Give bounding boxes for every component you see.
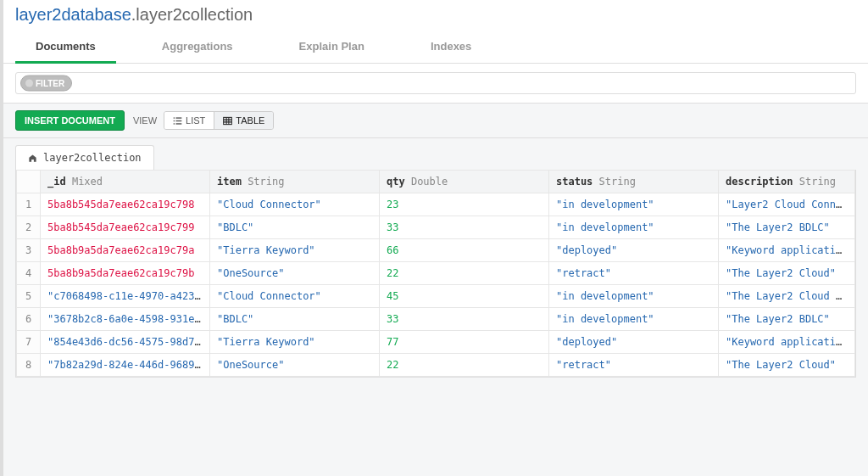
view-list-button[interactable]: LIST (164, 112, 214, 129)
table-icon (223, 116, 232, 126)
cell-status[interactable]: "in development" (549, 285, 719, 308)
cell-qty[interactable]: 33 (380, 216, 549, 239)
cell-id[interactable]: 5ba8b9a5da7eae62ca19c79a (41, 239, 210, 262)
svg-rect-1 (176, 117, 182, 118)
cell-status[interactable]: "deployed" (549, 331, 719, 354)
cell-status[interactable]: "in development" (549, 193, 719, 216)
svg-rect-2 (174, 120, 175, 120)
cell-description[interactable]: "Layer2 Cloud Connector" (719, 193, 855, 216)
svg-rect-6 (224, 117, 232, 124)
filter-reset-pill[interactable]: FILTER (20, 76, 72, 92)
row-number: 1 (17, 193, 41, 216)
tab-documents[interactable]: Documents (15, 31, 116, 64)
cell-status[interactable]: "in development" (549, 216, 719, 239)
svg-rect-3 (176, 120, 182, 120)
tab-indexes[interactable]: Indexes (410, 31, 492, 64)
table-row[interactable]: 6"3678b2c8-6a0e-4598-931e-7f5e0e"BDLC"33… (17, 308, 855, 331)
view-toggle: LIST TABLE (164, 111, 274, 130)
table-row[interactable]: 7"854e43d6-dc56-4575-98d7-dc1056"Tierra … (17, 331, 855, 354)
cell-status[interactable]: "retract" (549, 354, 719, 377)
row-number: 6 (17, 308, 41, 331)
svg-rect-0 (174, 117, 175, 118)
cell-id[interactable]: 5ba8b9a5da7eae62ca19c79b (41, 262, 210, 285)
table-row[interactable]: 15ba8b545da7eae62ca19c798"Cloud Connecto… (17, 193, 855, 216)
cell-description[interactable]: "The Layer2 BDLC" (719, 308, 855, 331)
cell-item[interactable]: "BDLC" (210, 308, 380, 331)
column-header-item[interactable]: item String (210, 171, 380, 193)
row-number: 4 (17, 262, 41, 285)
table-row[interactable]: 45ba8b9a5da7eae62ca19c79b"OneSource"22"r… (17, 262, 855, 285)
table-row[interactable]: 35ba8b9a5da7eae62ca19c79a"Tierra Keyword… (17, 239, 855, 262)
cell-item[interactable]: "Tierra Keyword" (210, 239, 380, 262)
cell-item[interactable]: "Tierra Keyword" (210, 331, 380, 354)
cell-qty[interactable]: 45 (380, 285, 549, 308)
table-row[interactable]: 8"7b82a29d-824e-446d-9689-7b7cc2"OneSour… (17, 354, 855, 377)
cell-qty[interactable]: 77 (380, 331, 549, 354)
cell-qty[interactable]: 22 (380, 354, 549, 377)
column-header-status[interactable]: status String (549, 171, 719, 193)
svg-rect-5 (176, 123, 182, 124)
reset-icon (25, 80, 33, 87)
row-number: 7 (17, 331, 41, 354)
row-number: 5 (17, 285, 41, 308)
table-row[interactable]: 25ba8b545da7eae62ca19c799"BDLC"33"in dev… (17, 216, 855, 239)
filter-pill-label: FILTER (36, 79, 64, 88)
cell-description[interactable]: "The Layer2 Cloud" (719, 262, 855, 285)
database-link[interactable]: layer2database (15, 5, 131, 24)
view-label: VIEW (133, 115, 157, 126)
cell-description[interactable]: "The Layer2 Cloud Connector" (719, 285, 855, 308)
collection-tab-label: layer2collection (43, 152, 142, 164)
cell-id[interactable]: 5ba8b545da7eae62ca19c799 (41, 216, 210, 239)
insert-document-button[interactable]: INSERT DOCUMENT (15, 110, 125, 131)
cell-qty[interactable]: 33 (380, 308, 549, 331)
cell-description[interactable]: "The Layer2 BDLC" (719, 216, 855, 239)
cell-id[interactable]: 5ba8b545da7eae62ca19c798 (41, 193, 210, 216)
cell-qty[interactable]: 22 (380, 262, 549, 285)
cell-qty[interactable]: 66 (380, 239, 549, 262)
column-header-rownum (17, 171, 41, 193)
cell-item[interactable]: "Cloud Connector" (210, 193, 380, 216)
cell-status[interactable]: "in development" (549, 308, 719, 331)
cell-item[interactable]: "OneSource" (210, 262, 380, 285)
svg-rect-4 (174, 123, 175, 124)
breadcrumb: layer2database.layer2collection (3, 0, 868, 31)
view-list-label: LIST (186, 115, 205, 126)
cell-qty[interactable]: 23 (380, 193, 549, 216)
home-icon (28, 153, 37, 164)
filter-input[interactable] (15, 72, 856, 94)
collection-name: layer2collection (136, 5, 253, 24)
collection-tab[interactable]: layer2collection (15, 145, 154, 170)
cell-description[interactable]: "Keyword application from La" (719, 331, 855, 354)
row-number: 8 (17, 354, 41, 377)
cell-id[interactable]: "7b82a29d-824e-446d-9689-7b7cc2 (41, 354, 210, 377)
row-number: 3 (17, 239, 41, 262)
cell-id[interactable]: "854e43d6-dc56-4575-98d7-dc1056 (41, 331, 210, 354)
cell-item[interactable]: "Cloud Connector" (210, 285, 380, 308)
list-icon (173, 116, 182, 126)
column-header-description[interactable]: description String (719, 171, 855, 193)
cell-item[interactable]: "BDLC" (210, 216, 380, 239)
cell-status[interactable]: "retract" (549, 262, 719, 285)
cell-id[interactable]: "3678b2c8-6a0e-4598-931e-7f5e0e (41, 308, 210, 331)
cell-id[interactable]: "c7068498-c11e-4970-a423-9334ef (41, 285, 210, 308)
view-table-button[interactable]: TABLE (214, 112, 273, 129)
cell-description[interactable]: "The Layer2 Cloud" (719, 354, 855, 377)
column-header-qty[interactable]: qty Double (380, 171, 549, 193)
cell-item[interactable]: "OneSource" (210, 354, 380, 377)
cell-description[interactable]: "Keyword application from La" (719, 239, 855, 262)
row-number: 2 (17, 216, 41, 239)
tab-bar: Documents Aggregations Explain Plan Inde… (3, 31, 868, 64)
document-table: _id Mixed item String qty Double statu (15, 170, 856, 378)
view-table-label: TABLE (236, 115, 264, 126)
column-header-id[interactable]: _id Mixed (41, 171, 210, 193)
tab-explain-plan[interactable]: Explain Plan (279, 31, 385, 64)
table-row[interactable]: 5"c7068498-c11e-4970-a423-9334ef"Cloud C… (17, 285, 855, 308)
tab-aggregations[interactable]: Aggregations (142, 31, 253, 64)
cell-status[interactable]: "deployed" (549, 239, 719, 262)
